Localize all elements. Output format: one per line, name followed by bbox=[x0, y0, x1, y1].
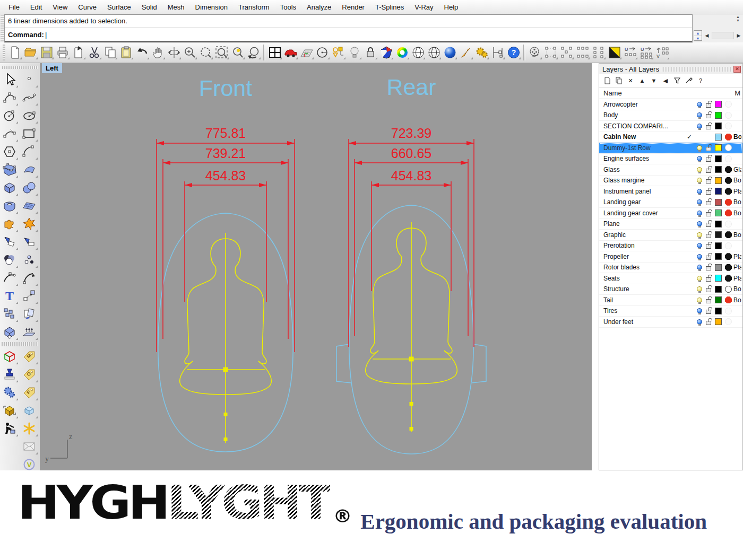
collapse-icon[interactable]: ◀ bbox=[661, 76, 670, 85]
material-icon[interactable] bbox=[723, 296, 733, 303]
fillet-solid-icon[interactable] bbox=[0, 323, 19, 341]
menu-vray[interactable]: V-Ray bbox=[409, 1, 438, 13]
layers-panel-titlebar[interactable]: Layers - All Layers ✕ bbox=[599, 64, 742, 74]
points-grid-b-icon[interactable] bbox=[559, 45, 575, 60]
scroll-left-icon[interactable]: ◀ bbox=[704, 33, 710, 38]
layer-row[interactable]: Body bbox=[599, 110, 742, 121]
tag-f-icon[interactable]: F bbox=[20, 383, 39, 401]
material-icon[interactable] bbox=[723, 101, 733, 108]
match-points-icon[interactable] bbox=[20, 251, 39, 269]
extrude-icon[interactable] bbox=[20, 323, 39, 341]
rebuild-uv-icon[interactable]: U bbox=[638, 45, 654, 60]
material-icon[interactable] bbox=[723, 253, 733, 260]
bulb-icon[interactable] bbox=[695, 189, 704, 194]
layer-row[interactable]: SECTION COMPARI... bbox=[599, 121, 742, 132]
layer-color-swatch[interactable] bbox=[715, 296, 722, 303]
bulb-icon[interactable] bbox=[695, 102, 704, 107]
lock-icon[interactable] bbox=[704, 167, 713, 173]
wireframe-view-icon[interactable] bbox=[410, 45, 426, 60]
scroll-track[interactable] bbox=[712, 32, 734, 39]
solid-torus-icon[interactable] bbox=[0, 197, 19, 215]
bulb-icon[interactable] bbox=[695, 178, 704, 183]
command-spinner[interactable]: ▲▼ bbox=[694, 30, 702, 41]
layer-color-swatch[interactable] bbox=[715, 155, 722, 162]
match-uv-icon[interactable]: V bbox=[654, 45, 670, 60]
bulb-icon[interactable] bbox=[695, 145, 704, 151]
layer-color-swatch[interactable] bbox=[715, 134, 722, 141]
layer-color-swatch[interactable] bbox=[715, 286, 722, 293]
material-icon[interactable] bbox=[723, 134, 733, 141]
undo-view-icon[interactable] bbox=[246, 45, 262, 60]
history-scroll-up-icon[interactable]: ▲ bbox=[736, 15, 740, 19]
layer-color-swatch[interactable] bbox=[715, 101, 722, 108]
layer-row[interactable]: Prerotation bbox=[599, 241, 742, 252]
layer-row[interactable]: Glass margineBo bbox=[599, 176, 742, 187]
bulb-icon[interactable] bbox=[695, 276, 704, 281]
ellipse-icon[interactable] bbox=[20, 107, 39, 125]
layer-row[interactable]: Dummy-1st Row bbox=[599, 143, 742, 154]
material-icon[interactable] bbox=[723, 188, 733, 195]
material-icon[interactable] bbox=[723, 318, 733, 325]
material-icon[interactable] bbox=[723, 275, 733, 282]
lock-icon[interactable] bbox=[362, 45, 378, 60]
lock-icon[interactable] bbox=[704, 101, 713, 108]
layer-row[interactable]: Rotor bladesPla bbox=[599, 262, 742, 274]
rear-dummy-outline[interactable] bbox=[366, 222, 457, 432]
front-dummy-outline[interactable] bbox=[180, 233, 272, 443]
invert-selection-icon[interactable] bbox=[607, 45, 623, 60]
trim-icon[interactable] bbox=[0, 233, 19, 251]
copy-icon[interactable] bbox=[102, 45, 118, 60]
layer-color-swatch[interactable] bbox=[715, 275, 722, 282]
paste-icon[interactable] bbox=[118, 45, 134, 60]
lock-icon[interactable] bbox=[704, 319, 713, 325]
print-icon[interactable] bbox=[55, 45, 71, 60]
layer-color-swatch[interactable] bbox=[715, 199, 722, 206]
export-icon[interactable] bbox=[71, 45, 87, 60]
bulb-icon[interactable] bbox=[695, 232, 704, 238]
menu-surface[interactable]: Surface bbox=[102, 1, 136, 13]
material-icon[interactable] bbox=[723, 199, 733, 206]
blend-surfaces-icon[interactable] bbox=[0, 251, 19, 269]
dimension-style-icon[interactable] bbox=[490, 45, 506, 60]
package-plugin-icon[interactable] bbox=[20, 438, 39, 456]
box-morph-icon[interactable] bbox=[0, 401, 19, 419]
settings-icon[interactable] bbox=[684, 76, 694, 85]
layer-color-swatch[interactable] bbox=[715, 221, 722, 228]
lock-icon[interactable] bbox=[704, 253, 713, 260]
menu-view[interactable]: View bbox=[47, 1, 73, 13]
help-icon[interactable]: ? bbox=[506, 45, 522, 60]
material-icon[interactable] bbox=[723, 242, 733, 249]
bulb-icon[interactable] bbox=[695, 167, 704, 172]
bulb-icon[interactable] bbox=[695, 298, 704, 303]
material-icon[interactable] bbox=[723, 112, 733, 119]
zoom-selected-icon[interactable] bbox=[230, 45, 246, 60]
new-layer-icon[interactable] bbox=[602, 76, 612, 85]
layer-color-swatch[interactable] bbox=[715, 318, 722, 325]
material-icon[interactable] bbox=[723, 308, 733, 314]
lock-icon[interactable] bbox=[704, 308, 713, 314]
material-icon[interactable] bbox=[723, 209, 733, 216]
swap-uv-icon[interactable]: U bbox=[623, 45, 638, 60]
layer-color-swatch[interactable] bbox=[715, 188, 722, 195]
copy-layer-icon[interactable] bbox=[614, 76, 624, 85]
new-file-icon[interactable] bbox=[7, 45, 23, 60]
boolean-union-icon[interactable] bbox=[0, 215, 19, 233]
column-material[interactable]: M bbox=[735, 89, 740, 97]
rendered-view-icon[interactable] bbox=[442, 45, 458, 60]
lock-icon[interactable] bbox=[704, 275, 713, 282]
tag-m-icon[interactable]: M bbox=[20, 347, 39, 365]
zoom-in-icon[interactable] bbox=[182, 45, 198, 60]
bulb-icon[interactable] bbox=[695, 319, 704, 325]
lock-icon[interactable] bbox=[704, 286, 713, 292]
scroll-right-icon[interactable]: ▶ bbox=[736, 33, 742, 38]
layer-row[interactable]: GlassGla bbox=[599, 164, 742, 176]
solid-spheres-icon[interactable] bbox=[20, 179, 39, 197]
rotate-copy-icon[interactable] bbox=[20, 305, 39, 323]
move-up-icon[interactable]: ▲ bbox=[637, 76, 647, 85]
layer-color-swatch[interactable] bbox=[715, 308, 722, 314]
bulb-icon[interactable] bbox=[695, 308, 704, 313]
material-icon[interactable] bbox=[723, 286, 733, 293]
options-icon[interactable] bbox=[474, 45, 490, 60]
delete-layer-icon[interactable]: ✕ bbox=[626, 76, 635, 85]
close-icon[interactable]: ✕ bbox=[733, 66, 741, 73]
